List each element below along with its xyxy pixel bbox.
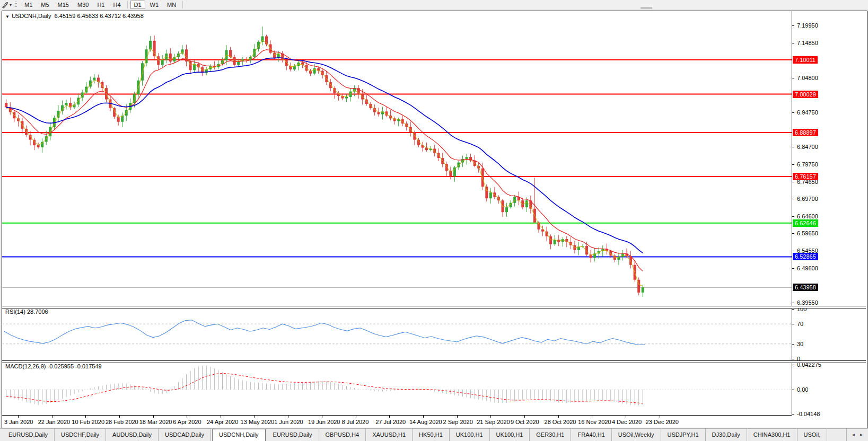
symbol-tab-usoil-weekly[interactable]: USOil,Weekly xyxy=(612,429,661,441)
symbol-tab-gbpusd-h4[interactable]: GBPUSD,H4 xyxy=(319,429,366,441)
price-tick-label: 7.14850 xyxy=(797,40,818,46)
timeframe-button-mn[interactable]: MN xyxy=(163,1,180,9)
rsi-indicator-label: RSI(14) 28.7006 xyxy=(5,308,48,315)
axis-tick-mark xyxy=(792,216,794,217)
symbol-tab-uk100-h1[interactable]: UK100,H1 xyxy=(490,429,530,441)
axis-tick-mark xyxy=(792,390,794,390)
mt4-application: ▾ M1 M5 M15 M30 H1 H4 D1 W1 MN ▼USDCNH,D… xyxy=(0,0,868,441)
symbol-tab-ger30-h1[interactable]: GER30,H1 xyxy=(530,429,571,441)
draw-tool-icon[interactable] xyxy=(0,1,10,9)
symbol-tab-usdcad-daily[interactable]: USDCAD,Daily xyxy=(159,429,211,441)
chart-title: ▼USDCNH,Daily 6.45159 6.45633 6.43712 6.… xyxy=(5,13,144,19)
axis-tick-mark xyxy=(792,78,794,78)
date-label: 14 Aug 2020 xyxy=(409,419,442,425)
axis-tick-mark xyxy=(792,199,794,199)
date-tick-mark xyxy=(457,416,458,418)
symbol-tab-usdchf-daily[interactable]: USDCHF,Daily xyxy=(55,429,106,441)
tabs-scroll-right-button[interactable]: ► xyxy=(860,433,864,437)
horizontal-lines-layer[interactable] xyxy=(2,60,792,257)
date-label: 8 Jul 2020 xyxy=(342,419,369,425)
hline-price-label[interactable]: 6.88897 xyxy=(793,129,818,136)
symbol-tab-audusd-daily[interactable]: AUDUSD,Daily xyxy=(106,429,159,441)
macd-histogram-layer xyxy=(6,366,643,405)
symbol-tab-xauusd-h1[interactable]: XAUUSD,H1 xyxy=(366,429,413,441)
date-tick-mark xyxy=(524,416,525,418)
price-tick-label: 6.59650 xyxy=(797,230,818,236)
panel-splitter[interactable] xyxy=(2,306,866,308)
toolbar-grip[interactable] xyxy=(15,2,17,8)
symbol-tab-fra40-h1[interactable]: FRA40,H1 xyxy=(571,429,611,441)
date-label: 2 Sep 2020 xyxy=(443,419,473,425)
date-tick-mark xyxy=(52,416,52,418)
macd-plot[interactable] xyxy=(2,362,792,415)
price-axis[interactable]: 7.199507.148507.048006.947506.847006.797… xyxy=(792,11,866,415)
hline-price-label[interactable]: 6.76157 xyxy=(793,173,818,180)
date-tick-mark xyxy=(356,416,356,418)
symbol-tab-eurusd-daily[interactable]: EURUSD,Daily xyxy=(267,429,319,441)
date-tick-mark xyxy=(660,416,660,418)
axis-tick-mark xyxy=(792,251,794,251)
axis-tick-mark xyxy=(792,147,794,147)
rsi-panel[interactable]: RSI(14) 28.7006 xyxy=(2,307,792,360)
timeframe-button-h4[interactable]: H4 xyxy=(109,1,124,9)
date-tick-mark xyxy=(626,416,626,418)
chart-ohlc-values: 6.45159 6.45633 6.43712 6.43958 xyxy=(55,13,144,19)
timeframe-button-h1[interactable]: H1 xyxy=(93,1,108,9)
tabs-scroll-left-button[interactable]: ◄ xyxy=(852,433,856,437)
date-tick-mark xyxy=(85,416,86,418)
date-tick-mark xyxy=(592,416,592,418)
macd-indicator-label: MACD(12,26,9) -0.025955 -0.017549 xyxy=(5,363,102,369)
date-label: 21 Sep 2020 xyxy=(477,419,510,425)
panel-splitter[interactable] xyxy=(2,360,866,363)
axis-tick-mark xyxy=(792,182,794,182)
date-label: 24 Apr 2020 xyxy=(207,419,238,425)
ma-gold-line xyxy=(6,40,643,286)
macd-signal-line xyxy=(6,374,643,403)
date-tick-mark xyxy=(221,416,221,418)
date-tick-mark xyxy=(18,416,19,418)
timeframe-button-m5[interactable]: M5 xyxy=(37,1,52,9)
chart-symbol-label: USDCNH,Daily xyxy=(12,13,51,19)
collapse-triangle-icon[interactable]: ▼ xyxy=(5,14,10,19)
symbol-tab-eurusd-daily[interactable]: EURUSD,Daily xyxy=(2,429,55,441)
candlestick-plot[interactable] xyxy=(2,11,792,306)
symbol-tab-usdcnh-daily[interactable]: USDCNH,Daily xyxy=(212,429,266,441)
date-label: 22 Jan 2020 xyxy=(38,419,71,425)
timeframe-button-w1[interactable]: W1 xyxy=(146,1,163,9)
date-tick-mark xyxy=(153,416,154,418)
price-panel[interactable]: ▼USDCNH,Daily 6.45159 6.45633 6.43712 6.… xyxy=(2,11,792,306)
symbol-tab-uk100-h1[interactable]: UK100,H1 xyxy=(450,429,490,441)
hline-price-label[interactable]: 6.62646 xyxy=(793,219,818,227)
date-tick-mark xyxy=(288,416,288,418)
rsi-plot[interactable] xyxy=(2,307,792,360)
axis-tick-mark xyxy=(792,233,794,234)
price-tick-label: 6.49600 xyxy=(797,265,818,271)
axis-tick-mark xyxy=(792,359,794,359)
hline-price-label[interactable]: 7.00029 xyxy=(793,91,818,98)
date-tick-mark xyxy=(187,416,187,418)
axis-tick-mark xyxy=(792,268,794,269)
timeframe-button-m1[interactable]: M1 xyxy=(21,1,36,9)
hline-price-label[interactable]: 7.10011 xyxy=(793,56,818,64)
timeframe-button-d1[interactable]: D1 xyxy=(130,1,145,9)
symbol-tab-china300-h1[interactable]: CHINA300,H1 xyxy=(747,429,797,441)
symbol-tab-usoil-[interactable]: USOil, xyxy=(797,429,828,441)
symbol-tab-usdjpy-h1[interactable]: USDJPY,H1 xyxy=(661,429,706,441)
axis-tick-mark xyxy=(792,303,794,303)
price-tick-label: 6.84700 xyxy=(797,144,818,150)
price-tick-label: 6.69700 xyxy=(797,196,818,202)
timeframe-button-m30[interactable]: M30 xyxy=(74,1,92,9)
symbol-tab-dj30-daily[interactable]: DJ30,Daily xyxy=(706,429,747,441)
axis-tick-mark xyxy=(792,344,794,345)
tab-scroll-buttons: ◄ ► xyxy=(846,429,868,441)
symbol-tab-hk50-h1[interactable]: HK50,H1 xyxy=(413,429,450,441)
date-label: 18 Mar 2020 xyxy=(139,419,172,425)
timeframe-button-m15[interactable]: M15 xyxy=(54,1,73,9)
chart-hscroll-thumb[interactable] xyxy=(641,7,652,9)
current-price-label: 6.43958 xyxy=(793,284,818,291)
hline-price-label[interactable]: 6.52865 xyxy=(793,253,818,260)
date-tick-mark xyxy=(389,416,390,418)
tool-dropdown-caret-icon[interactable]: ▾ xyxy=(10,3,12,7)
macd-panel[interactable]: MACD(12,26,9) -0.025955 -0.017549 xyxy=(2,362,792,415)
axis-tick-mark xyxy=(792,164,794,165)
